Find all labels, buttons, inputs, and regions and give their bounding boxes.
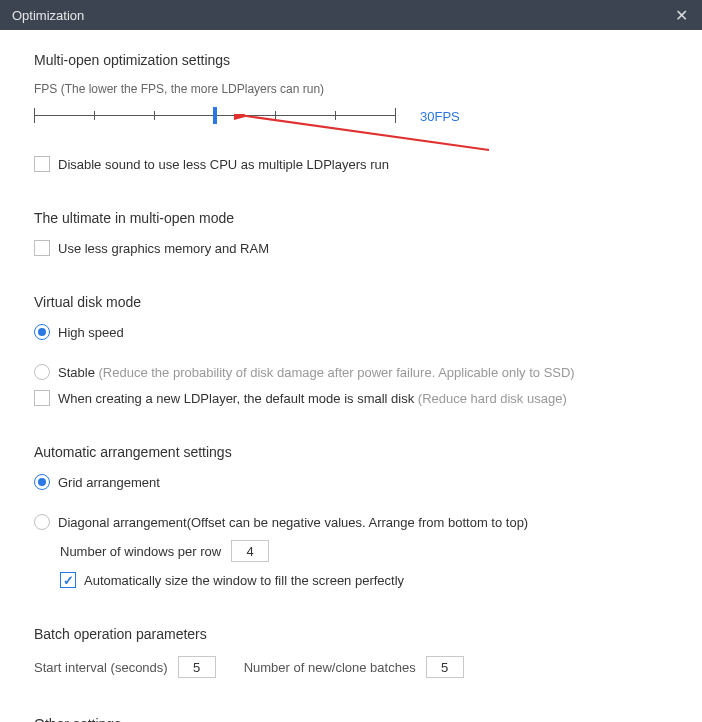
window-title: Optimization <box>12 8 84 23</box>
stable-text: Stable <box>58 365 95 380</box>
slider-tick <box>94 111 95 120</box>
grid-arrangement-radio[interactable] <box>34 474 50 490</box>
section-other-title: Other settings <box>34 716 672 722</box>
disable-sound-checkbox[interactable] <box>34 156 50 172</box>
close-icon[interactable]: ✕ <box>671 6 692 25</box>
section-virtual-disk-title: Virtual disk mode <box>34 294 672 310</box>
auto-size-row: Automatically size the window to fill th… <box>34 572 672 588</box>
auto-size-label: Automatically size the window to fill th… <box>84 573 404 588</box>
slider-tick <box>34 108 35 123</box>
section-multi-open-title: Multi-open optimization settings <box>34 52 672 68</box>
titlebar: Optimization ✕ <box>0 0 702 30</box>
high-speed-label: High speed <box>58 325 124 340</box>
small-disk-hint: (Reduce hard disk usage) <box>418 391 567 406</box>
fps-slider-thumb[interactable] <box>213 107 217 124</box>
slider-tick <box>395 108 396 123</box>
small-disk-label: When creating a new LDPlayer, the defaul… <box>58 391 567 406</box>
arrangement-radio-group: Grid arrangement Diagonal arrangement(Of… <box>34 474 672 530</box>
stable-radio[interactable] <box>34 364 50 380</box>
diagonal-arrangement-label: Diagonal arrangement(Offset can be negat… <box>58 515 528 530</box>
slider-tick <box>335 111 336 120</box>
batches-label: Number of new/clone batches <box>244 660 416 675</box>
less-memory-checkbox[interactable] <box>34 240 50 256</box>
windows-per-row-label: Number of windows per row <box>60 544 221 559</box>
virtual-disk-radio-group: High speed Stable (Reduce the probabilit… <box>34 324 672 380</box>
slider-tick <box>275 111 276 120</box>
auto-size-checkbox[interactable] <box>60 572 76 588</box>
disable-sound-row: Disable sound to use less CPU as multipl… <box>34 156 672 172</box>
windows-per-row-row: Number of windows per row <box>34 540 672 562</box>
diagonal-arrangement-radio[interactable] <box>34 514 50 530</box>
small-disk-row: When creating a new LDPlayer, the defaul… <box>34 390 672 406</box>
section-ultimate-title: The ultimate in multi-open mode <box>34 210 672 226</box>
windows-per-row-input[interactable] <box>231 540 269 562</box>
disable-sound-label: Disable sound to use less CPU as multipl… <box>58 157 389 172</box>
batches-input[interactable] <box>426 656 464 678</box>
small-disk-text: When creating a new LDPlayer, the defaul… <box>58 391 414 406</box>
fps-slider[interactable] <box>34 104 396 128</box>
less-memory-row: Use less graphics memory and RAM <box>34 240 672 256</box>
fps-slider-row: 30FPS <box>34 104 672 128</box>
high-speed-radio[interactable] <box>34 324 50 340</box>
small-disk-checkbox[interactable] <box>34 390 50 406</box>
start-interval-input[interactable] <box>178 656 216 678</box>
batch-params-row: Start interval (seconds) Number of new/c… <box>34 656 672 678</box>
grid-arrangement-label: Grid arrangement <box>58 475 160 490</box>
section-batch-title: Batch operation parameters <box>34 626 672 642</box>
stable-label: Stable (Reduce the probability of disk d… <box>58 365 575 380</box>
stable-hint: (Reduce the probability of disk damage a… <box>99 365 575 380</box>
start-interval-label: Start interval (seconds) <box>34 660 168 675</box>
section-arrangement-title: Automatic arrangement settings <box>34 444 672 460</box>
less-memory-label: Use less graphics memory and RAM <box>58 241 269 256</box>
fps-value-label: 30FPS <box>420 109 460 124</box>
content-area: Multi-open optimization settings FPS (Th… <box>0 30 702 722</box>
fps-hint: FPS (The lower the FPS, the more LDPlaye… <box>34 82 672 96</box>
slider-tick <box>154 111 155 120</box>
